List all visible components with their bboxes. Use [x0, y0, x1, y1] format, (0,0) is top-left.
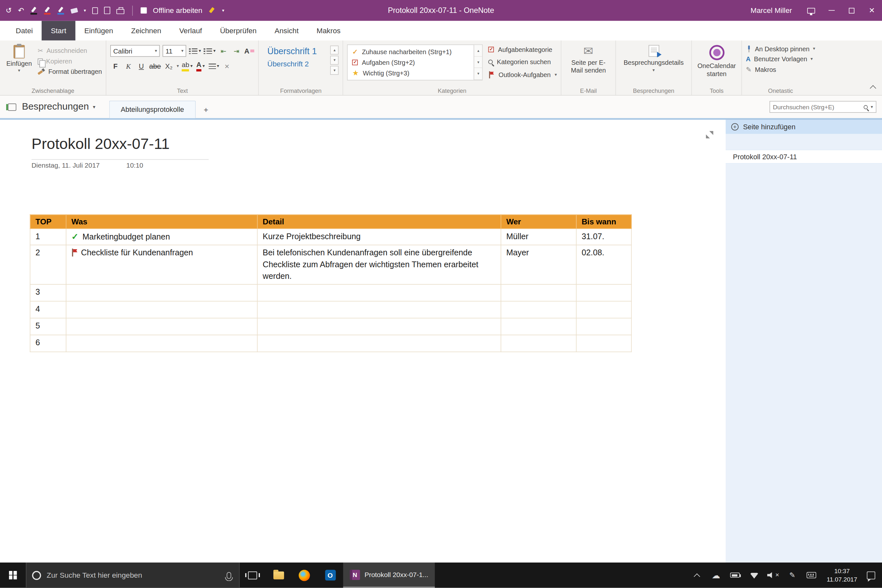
col-header-top[interactable]: TOP [30, 215, 66, 229]
style-ueberschrift-2[interactable]: Überschrift 2 [267, 60, 325, 68]
font-name-select[interactable]: Calibri ▾ [110, 45, 160, 57]
col-header-wer[interactable]: Wer [501, 215, 576, 229]
volume-tray-button[interactable]: ✕ [764, 562, 783, 588]
tab-zeichnen[interactable]: Zeichnen [122, 21, 170, 40]
task-category-button[interactable]: ✓ Aufgabenkategorie [488, 46, 557, 53]
cell-top[interactable]: 2 [30, 245, 66, 284]
notebook-name[interactable]: Besprechungen [22, 101, 89, 112]
cell-top[interactable]: 4 [30, 302, 66, 318]
macros-button[interactable]: ✎ Makros [746, 66, 815, 74]
new-section-button[interactable]: + [196, 100, 216, 118]
tab-ueberpruefen[interactable]: Überprüfen [211, 21, 266, 40]
tray-overflow-button[interactable] [687, 562, 706, 588]
font-size-select[interactable]: 11 ▾ [163, 45, 186, 57]
cell-was[interactable] [66, 284, 257, 301]
paste-button[interactable]: Einfügen ▾ [4, 43, 34, 75]
cell-bis-wann[interactable]: 02.08. [576, 245, 632, 284]
strikethrough-button[interactable]: abe [149, 61, 161, 72]
styles-scroll-down-button[interactable]: ▾ [330, 56, 339, 65]
cell-was[interactable] [66, 302, 257, 318]
tag-zuhause-nacharbeiten[interactable]: ✓ Zuhause nacharbeiten (Strg+1) [352, 48, 470, 56]
remove-formatting-button[interactable]: ✕ [222, 61, 232, 72]
meeting-details-button[interactable]: Besprechungsdetails ▾ [620, 43, 687, 72]
tab-makros[interactable]: Makros [308, 21, 350, 40]
styles-more-button[interactable]: ▾ [330, 66, 339, 75]
find-tags-button[interactable]: Kategorien suchen [488, 58, 557, 65]
paragraph-align-button[interactable]: ▾ [208, 61, 219, 72]
cell-bis-wann[interactable] [576, 284, 632, 301]
pen-tray-button[interactable]: ✎ [783, 562, 802, 588]
search-scope-dropdown-icon[interactable]: ▾ [871, 105, 873, 109]
cell-bis-wann[interactable]: 31.07. [576, 228, 632, 245]
print-icon[interactable] [116, 9, 124, 14]
firefox-button[interactable] [291, 562, 317, 588]
start-button[interactable] [0, 562, 26, 588]
onecalendar-button[interactable]: OneCalendar starten [696, 43, 737, 78]
numbering-button[interactable]: ▾ [204, 45, 216, 56]
task-view-button[interactable] [240, 562, 265, 588]
cut-button[interactable]: ✂ Ausschneiden [38, 47, 102, 54]
cell-was[interactable]: ✓Marketingbudget planen [66, 228, 257, 245]
notebook-dropdown-icon[interactable]: ▾ [93, 104, 95, 110]
taskbar-search-input[interactable] [47, 571, 221, 579]
touch-keyboard-button[interactable] [802, 562, 821, 588]
send-page-email-button[interactable]: ✉ Seite per E-Mail senden [566, 43, 612, 75]
account-name[interactable]: Marcel Miller [750, 6, 792, 15]
tab-verlauf[interactable]: Verlauf [170, 21, 211, 40]
cell-wer[interactable]: Müller [501, 228, 576, 245]
cell-detail[interactable] [257, 318, 501, 335]
onenote-taskbar-button[interactable]: N Protokoll 20xx-07-1... [343, 562, 435, 588]
eraser-icon[interactable] [70, 8, 78, 14]
cell-detail[interactable] [257, 335, 501, 352]
file-explorer-button[interactable] [266, 562, 291, 588]
expand-page-icon[interactable] [706, 131, 713, 139]
cell-wer[interactable] [501, 318, 576, 335]
indent-button[interactable]: ⇥ [231, 45, 242, 56]
cell-was[interactable] [66, 335, 257, 352]
undo-icon[interactable]: ↶ [18, 7, 24, 14]
outlook-tasks-button[interactable]: Outlook-Aufgaben ▾ [488, 71, 557, 79]
search-input[interactable] [773, 104, 860, 110]
section-tab-abteilungsprotokolle[interactable]: Abteilungsprotokolle [109, 100, 196, 118]
subscript-button[interactable]: X₂ [164, 61, 174, 72]
cell-bis-wann[interactable] [576, 335, 632, 352]
back-icon[interactable]: ↺ [6, 7, 12, 14]
outlook-button[interactable]: O [317, 562, 343, 588]
cell-detail[interactable] [257, 302, 501, 318]
battery-tray-button[interactable] [725, 562, 744, 588]
collapse-ribbon-button[interactable] [870, 85, 876, 92]
cell-top[interactable]: 1 [30, 228, 66, 245]
pen-blue-icon[interactable] [57, 6, 65, 14]
highlighter-icon[interactable] [208, 7, 216, 14]
underline-button[interactable]: U [136, 61, 146, 72]
tab-ansicht[interactable]: Ansicht [266, 21, 308, 40]
style-ueberschrift-1[interactable]: Überschrift 1 [267, 46, 325, 56]
tags-more-button[interactable]: ▾ [474, 68, 482, 80]
cell-was[interactable]: Checkliste für Kundenanfragen [66, 245, 257, 284]
microphone-icon[interactable] [226, 572, 231, 579]
bullets-button[interactable]: ▾ [189, 45, 201, 56]
page-date-time[interactable]: Dienstag, 11. Juli 2017 10:10 [32, 162, 143, 169]
qat-customize-dropdown-icon[interactable]: ▾ [222, 8, 224, 13]
minimize-button[interactable] [821, 0, 842, 21]
italic-button[interactable]: K [123, 61, 134, 72]
tab-datei[interactable]: Datei [7, 21, 42, 40]
subscript-dropdown-icon[interactable]: ▾ [177, 64, 179, 69]
user-templates-button[interactable]: A Benutzer Vorlagen ▾ [746, 56, 815, 63]
search-icon[interactable] [864, 105, 868, 109]
tags-scroll-down-button[interactable]: ▾ [474, 57, 482, 68]
network-tray-button[interactable] [745, 562, 764, 588]
cell-wer[interactable]: Mayer [501, 245, 576, 284]
ribbon-display-options-button[interactable] [801, 0, 821, 21]
clear-formatting-button[interactable]: A [244, 45, 254, 56]
highlight-color-button[interactable]: ab ▾ [182, 61, 193, 72]
pen-red-icon[interactable] [44, 6, 51, 14]
format-painter-button[interactable]: Format übertragen [38, 68, 102, 75]
tab-einfuegen[interactable]: Einfügen [75, 21, 122, 40]
side-note-icon[interactable] [92, 7, 98, 14]
col-header-was[interactable]: Was [66, 215, 257, 229]
tag-wichtig[interactable]: ★ Wichtig (Strg+3) [352, 69, 470, 77]
cell-top[interactable]: 3 [30, 284, 66, 301]
maximize-button[interactable] [842, 0, 862, 21]
outdent-button[interactable]: ⇤ [219, 45, 228, 56]
